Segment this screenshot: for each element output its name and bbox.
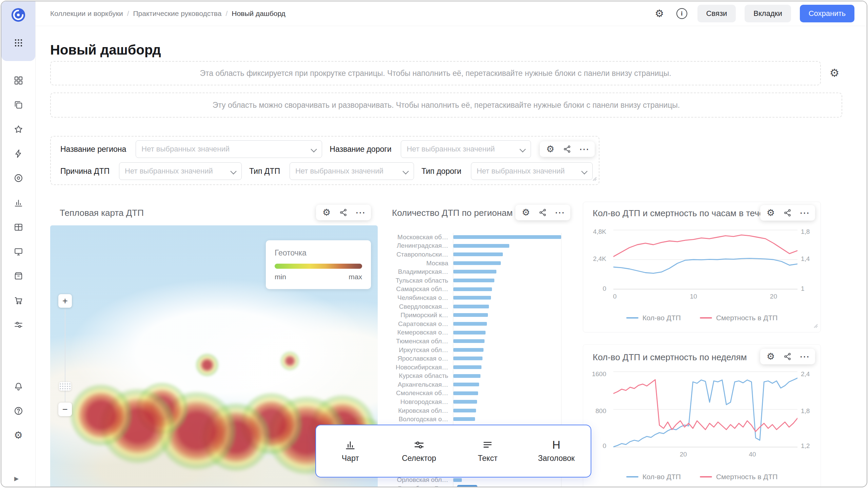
sidebar-item-workbooks[interactable] — [12, 98, 25, 111]
accident-cause-select[interactable]: Нет выбранных значений — [119, 162, 242, 180]
fixed-area-dropzone[interactable]: Эта область фиксируется при прокрутке ст… — [50, 61, 821, 85]
zoom-in-button[interactable]: + — [58, 294, 72, 308]
add-heading-item[interactable]: H Заголовок — [526, 439, 587, 463]
bar-track — [453, 259, 561, 268]
bar-track — [453, 267, 561, 276]
sidebar-item-monitor[interactable] — [12, 245, 25, 258]
road-select[interactable]: Нет выбранных значений — [401, 140, 531, 158]
sidebar-item-disc[interactable] — [12, 171, 25, 185]
legend-item-accidents[interactable]: Кол-во ДТП — [626, 314, 681, 322]
widget-settings-gear-icon[interactable]: ⚙ — [766, 208, 776, 218]
app-logo-icon[interactable] — [11, 7, 26, 24]
widget-more-icon[interactable]: ⋯ — [579, 144, 589, 154]
zoom-out-button[interactable]: − — [58, 403, 72, 416]
legend-item-accidents[interactable]: Кол-во ДТП — [626, 473, 681, 481]
widget-links-icon[interactable] — [338, 207, 349, 218]
info-icon[interactable]: i — [675, 7, 689, 20]
collapsible-area-hint: Эту область можно сворачивать и разворач… — [202, 101, 690, 110]
legend-item-mortality[interactable]: Смертность в ДТП — [700, 473, 777, 481]
widget-links-icon[interactable] — [538, 207, 548, 218]
breadcrumb-collections[interactable]: Коллекции и воркбуки — [50, 9, 123, 18]
widget-links-icon[interactable] — [783, 351, 793, 362]
selector-label-region: Название региона — [60, 145, 126, 154]
tabs-button[interactable]: Вкладки — [745, 5, 791, 22]
notifications-bell-icon[interactable] — [12, 380, 25, 393]
selector-label-road-type: Тип дороги — [421, 167, 461, 176]
save-button[interactable]: Сохранить — [800, 5, 854, 22]
sidebar-item-collections[interactable] — [12, 74, 25, 87]
collapse-sidebar-icon[interactable]: ▶ — [14, 475, 19, 482]
bar-label: Саратовская о… — [386, 320, 453, 328]
widget-settings-gear-icon[interactable]: ⚙ — [766, 351, 776, 362]
legend-swatch — [700, 476, 712, 477]
apps-grid-icon[interactable] — [12, 36, 25, 49]
bar-row: Кемеровская о… — [386, 328, 569, 337]
sidebar-item-favorites[interactable] — [12, 122, 25, 136]
help-icon[interactable] — [12, 404, 25, 418]
bar-label: Самарская обл… — [386, 285, 453, 293]
region-select[interactable]: Нет выбранных значений — [136, 140, 322, 158]
sidebar-item-params-sliders[interactable] — [12, 318, 25, 331]
chevron-down-icon — [581, 168, 587, 174]
widget-settings-gear-icon[interactable]: ⚙ — [545, 144, 555, 154]
widget-links-icon[interactable] — [562, 144, 572, 154]
sidebar-item-lightning[interactable] — [12, 147, 25, 160]
add-chart-item[interactable]: Чарт — [320, 439, 381, 463]
bar-label: Приморский к… — [386, 311, 453, 319]
x-axis-tick: 10 — [690, 293, 697, 300]
bar-track — [453, 293, 561, 302]
sidebar-item-tables[interactable] — [12, 220, 25, 234]
add-selector-item[interactable]: Селектор — [389, 439, 450, 463]
fixed-area-settings-gear-icon[interactable]: ⚙ — [827, 65, 842, 81]
legend-swatch — [700, 317, 712, 319]
collapsible-area-dropzone[interactable]: Эту область можно сворачивать и разворач… — [50, 93, 842, 118]
line-chart-hours-title: Кол-во ДТП и смертность по часам в тече — [593, 208, 762, 219]
bar-label: Челябинская о… — [386, 294, 453, 302]
bar-label: Вологодская о… — [386, 415, 453, 423]
dashboard-editor-window: ⚙ ▶ Коллекции и воркбуки / Практические … — [1, 1, 867, 487]
line-chart-weeks-title: Кол-во ДТП и смертность по неделям — [593, 352, 747, 363]
sidebar-item-charts[interactable] — [12, 196, 25, 209]
bar-row: Иркутская обл… — [386, 346, 569, 354]
y-axis-left: 4,8K 2,4K 0 — [583, 202, 608, 332]
line-plot-weeks: 2040 — [613, 371, 797, 447]
widget-settings-gear-icon[interactable]: ⚙ — [521, 207, 531, 218]
heatmap-widget-title: Тепловая карта ДТП — [60, 208, 144, 218]
breadcrumb-guides[interactable]: Практические руководства — [133, 9, 221, 18]
widget-settings-gear-icon[interactable]: ⚙ — [321, 207, 332, 218]
bar-row: Ярославская о… — [386, 354, 569, 363]
widget-more-icon[interactable]: ⋯ — [555, 207, 565, 218]
links-button[interactable]: Связи — [697, 5, 736, 22]
bar — [453, 365, 481, 369]
widget-more-icon[interactable]: ⋯ — [800, 208, 810, 218]
bar — [453, 391, 478, 395]
y-axis-right: 1,8 1,4 1 — [801, 202, 825, 332]
add-heading-label: Заголовок — [538, 454, 575, 463]
zoom-slider-handle[interactable] — [59, 382, 71, 391]
widget-links-icon[interactable] — [783, 208, 793, 218]
widget-more-icon[interactable]: ⋯ — [800, 351, 810, 362]
bar-track — [453, 363, 561, 372]
bar-track — [453, 242, 561, 250]
legend-item-mortality[interactable]: Смертность в ДТП — [700, 314, 777, 322]
settings-gear-icon[interactable]: ⚙ — [12, 428, 25, 442]
bar-track — [453, 276, 561, 285]
bar-label: Архангельская… — [386, 381, 453, 388]
bar-track — [453, 328, 561, 337]
sidebar-item-storage[interactable] — [12, 269, 25, 283]
add-text-item[interactable]: Текст — [457, 439, 518, 463]
accident-type-select[interactable]: Нет выбранных значений — [290, 162, 414, 180]
resize-handle[interactable] — [811, 321, 818, 329]
bar-chart-title: Количество ДТП по регионам — [392, 208, 513, 218]
widget-more-icon[interactable]: ⋯ — [355, 207, 366, 218]
sidebar-item-cart[interactable] — [12, 293, 25, 307]
resize-handle[interactable] — [590, 174, 597, 182]
bar-chart-actions-pill: ⚙ ⋯ — [515, 205, 570, 220]
dashboard-settings-gear-icon[interactable]: ⚙ — [653, 7, 666, 20]
scrollbar-thumb[interactable] — [457, 485, 477, 487]
bar — [453, 400, 477, 404]
bar-row: Вологодская о… — [386, 415, 569, 424]
road-type-select[interactable]: Нет выбранных значений — [471, 162, 593, 180]
bar — [453, 235, 561, 239]
bar-row: Приморский к… — [386, 311, 569, 320]
